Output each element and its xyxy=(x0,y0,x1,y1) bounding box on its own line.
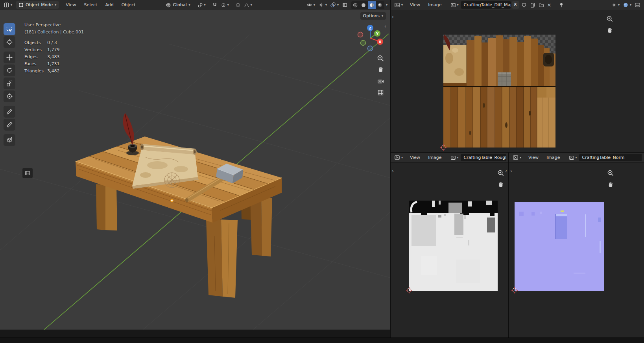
shading-dropdown[interactable]: ▾ xyxy=(386,4,388,7)
pivot-point-icon xyxy=(197,2,203,8)
image-name-field[interactable]: CraftingTable_Rough_Ma xyxy=(461,154,506,161)
options-dropdown[interactable]: Options ▾ xyxy=(360,12,386,20)
open-image-button[interactable] xyxy=(537,2,545,9)
3d-viewport-area[interactable]: ▾ Object Mode ▾ View Select Add Object G… xyxy=(0,0,390,330)
tool-select-box[interactable] xyxy=(4,23,15,35)
image-browse-icon xyxy=(450,155,456,160)
region-toggle-arrow[interactable]: ‹ xyxy=(505,168,507,173)
menu-image[interactable]: Image xyxy=(424,1,445,9)
shading-rendered-button[interactable] xyxy=(376,1,384,9)
snap-toggle[interactable] xyxy=(211,2,219,9)
tool-add-primitive[interactable] xyxy=(4,134,15,146)
tool-rotate[interactable] xyxy=(4,65,15,76)
ruler-icon xyxy=(6,121,13,128)
image-editor-header: ▾ View Image ▾ CraftingTable_Diff_Map 8 xyxy=(391,0,644,10)
image-users-count[interactable]: 8 xyxy=(512,1,519,9)
zoom-button[interactable] xyxy=(605,14,614,24)
mode-dropdown[interactable]: Object Mode ▾ xyxy=(16,1,59,9)
camera-view-button[interactable] xyxy=(376,76,385,86)
gizmos-dropdown[interactable]: ▾ xyxy=(317,1,328,9)
browse-image-dropdown[interactable]: ▾ xyxy=(449,154,460,161)
shading-wireframe-button[interactable] xyxy=(351,1,360,9)
uv-2d-cursor[interactable] xyxy=(406,287,412,293)
uv-2d-cursor[interactable] xyxy=(511,287,518,293)
diffuse-map-image[interactable] xyxy=(443,35,555,148)
tool-cursor[interactable] xyxy=(4,36,15,48)
rotate-icon xyxy=(6,67,13,74)
close-icon: × xyxy=(547,2,552,7)
region-toggle-arrow[interactable]: › xyxy=(510,168,512,173)
region-toggle-arrow[interactable]: › xyxy=(392,168,394,173)
image-editor-roughness[interactable]: ▾ View Image ▾ CraftingTable_Rough_Ma xyxy=(391,153,508,337)
display-channels-dropdown[interactable]: ▾ xyxy=(622,1,633,9)
object-origin-dot[interactable] xyxy=(171,199,173,202)
shading-mode-switch xyxy=(351,1,384,9)
eye-icon xyxy=(306,2,312,8)
shading-material-preview-button[interactable] xyxy=(368,1,376,9)
proportional-edit-toggle[interactable] xyxy=(234,2,242,9)
stat-value: 3,483 xyxy=(47,54,60,59)
browse-image-dropdown[interactable]: ▾ xyxy=(568,154,578,161)
image-editor-normal[interactable]: ▾ View Image ▾ CraftingTable_Norm xyxy=(509,153,644,337)
tool-annotate[interactable] xyxy=(4,106,15,118)
normal-map-image[interactable] xyxy=(515,202,604,291)
transform-orientation-dropdown[interactable]: Global ▾ xyxy=(163,1,193,9)
visibility-dropdown[interactable]: ▾ xyxy=(305,1,316,9)
tool-transform[interactable] xyxy=(4,90,15,102)
overlays-icon xyxy=(330,2,336,8)
editor-type-button[interactable]: ▾ xyxy=(393,154,404,161)
zoom-button[interactable] xyxy=(376,53,385,63)
editor-type-button[interactable]: ▾ xyxy=(511,154,522,161)
editor-type-button[interactable]: ▾ xyxy=(393,1,404,9)
menu-add[interactable]: Add xyxy=(101,1,117,9)
editor-gizmos-dropdown[interactable]: ▾ xyxy=(610,1,621,9)
tool-measure[interactable] xyxy=(4,119,15,131)
overlays-dropdown[interactable]: ▾ xyxy=(329,1,340,9)
diffuse-lower-planks xyxy=(443,87,555,148)
menu-image[interactable]: Image xyxy=(543,153,563,162)
fake-user-toggle[interactable] xyxy=(520,2,528,9)
pin-icon xyxy=(559,2,564,8)
menu-view[interactable]: View xyxy=(406,153,424,162)
snap-target-dropdown[interactable]: ▾ xyxy=(220,2,230,9)
timeline-area-collapsed[interactable] xyxy=(0,330,390,337)
pan-hand-button[interactable] xyxy=(605,26,614,35)
shading-solid-button[interactable] xyxy=(360,1,368,9)
xray-toggle[interactable] xyxy=(341,1,349,9)
gizmo-y-label: Y xyxy=(376,32,379,36)
image-editor-header: ▾ View Image ▾ CraftingTable_Rough_Ma xyxy=(391,153,508,163)
roughness-map-image[interactable] xyxy=(409,201,498,291)
pivot-point-dropdown[interactable]: ▾ xyxy=(196,2,207,9)
pan-hand-button[interactable] xyxy=(606,180,615,190)
image-editor-diffuse[interactable]: ▾ View Image ▾ CraftingTable_Diff_Map 8 xyxy=(391,0,644,152)
uv-2d-cursor[interactable] xyxy=(440,144,447,151)
zoom-button[interactable] xyxy=(606,168,615,178)
region-toggle-arrow[interactable]: › xyxy=(392,14,394,19)
orthographic-toggle-button[interactable] xyxy=(376,88,385,97)
pan-hand-button[interactable] xyxy=(496,180,506,190)
editor-type-button[interactable]: ▾ xyxy=(2,1,13,9)
menu-view[interactable]: View xyxy=(62,1,79,9)
collapsed-operator-panel[interactable] xyxy=(22,168,33,178)
navigation-gizmo[interactable]: Z Y X xyxy=(356,24,384,53)
image-name-field[interactable]: CraftingTable_Diff_Map xyxy=(461,1,511,9)
pin-toggle[interactable] xyxy=(557,2,565,9)
tool-move[interactable] xyxy=(4,52,15,63)
menu-view[interactable]: View xyxy=(525,153,542,162)
menu-select[interactable]: Select xyxy=(80,1,101,9)
unlink-image-button[interactable]: × xyxy=(546,2,553,8)
new-image-button[interactable] xyxy=(529,2,537,9)
render-slot-icon-button[interactable] xyxy=(633,1,642,9)
proportional-falloff-dropdown[interactable]: ▾ xyxy=(243,2,253,9)
region-toggle-arrow[interactable]: ‹ xyxy=(384,24,386,29)
image-name-field[interactable]: CraftingTable_Norm xyxy=(579,154,642,161)
image-editor-header: ▾ View Image ▾ CraftingTable_Norm xyxy=(509,153,644,163)
browse-image-dropdown[interactable]: ▾ xyxy=(449,2,460,9)
pan-hand-button[interactable] xyxy=(376,65,385,74)
menu-object[interactable]: Object xyxy=(118,1,139,9)
tool-scale[interactable] xyxy=(4,77,15,89)
menu-image[interactable]: Image xyxy=(424,153,445,162)
zoom-button[interactable] xyxy=(496,168,506,178)
move-icon xyxy=(6,54,13,61)
menu-view[interactable]: View xyxy=(406,1,424,9)
